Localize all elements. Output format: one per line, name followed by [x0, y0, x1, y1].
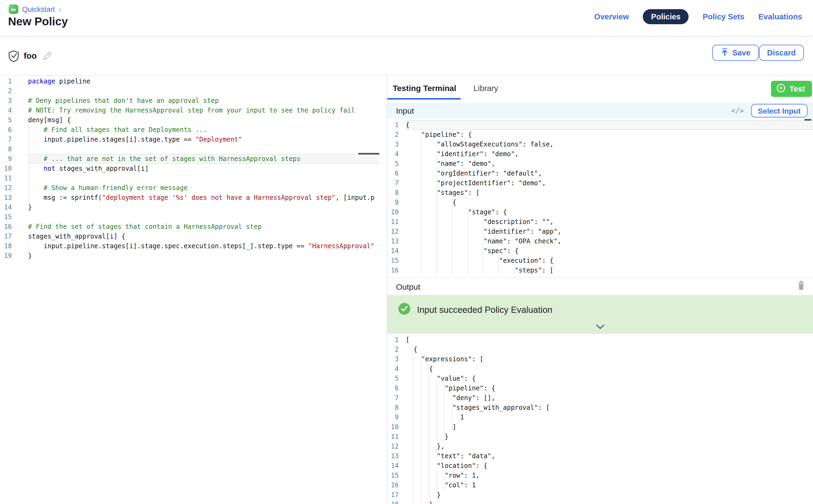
line-number: 15	[387, 471, 399, 480]
code-line: 6 "pipeline": {	[387, 383, 813, 393]
line-number: 5	[0, 115, 12, 125]
code-line: 6 "orgIdentifier": "default",	[387, 169, 813, 178]
code-line: 13 "text": "data",	[387, 451, 813, 461]
save-button[interactable]: Save	[712, 45, 759, 61]
code-line: 16# Find the set of stages that contain …	[0, 222, 387, 232]
line-number: 1	[0, 76, 12, 86]
line-number: 3	[387, 354, 399, 364]
code-line: 19}	[0, 251, 387, 261]
code-line: 1[	[387, 335, 813, 345]
code-line: 14 "spec": {	[387, 246, 813, 256]
code-line: 12 # Show a human-friendly error message	[0, 183, 387, 193]
line-number: 3	[0, 96, 12, 106]
code-line: 10 not stages_with_approval[i]	[0, 164, 387, 173]
code-line: 5 "name": "demo",	[387, 159, 813, 169]
line-number: 4	[0, 106, 12, 115]
line-number: 1	[387, 120, 399, 130]
input-title: Input	[396, 106, 414, 115]
code-line: 4# NOTE: Try removing the HarnessApprova…	[0, 106, 387, 115]
code-line: 9 # ... that are not in the set of stage…	[0, 154, 387, 164]
line-number: 14	[387, 246, 399, 256]
code-line: 8	[0, 144, 387, 154]
policy-editor-page: ∞ Quickstart › New Policy OverviewPolici…	[0, 0, 813, 504]
line-number: 10	[0, 164, 12, 173]
code-line: 18 input.pipeline.stages[i].stage.spec.e…	[0, 241, 387, 251]
line-number: 2	[387, 345, 399, 354]
line-number: 6	[0, 125, 12, 135]
code-line: 14 "location": {	[387, 461, 813, 471]
line-number: 12	[387, 227, 399, 236]
code-line: 16 "col": 1	[387, 480, 813, 490]
line-number: 9	[387, 412, 399, 422]
chevron-right-icon: ›	[59, 5, 61, 13]
line-number: 4	[387, 364, 399, 374]
code-brackets-icon[interactable]: </>	[731, 107, 744, 115]
code-line: 7 input.pipeline.stages[i].stage.type ==…	[0, 135, 387, 144]
line-number: 12	[387, 442, 399, 451]
code-line: 3 "allowStageExecutions": false,	[387, 139, 813, 149]
code-line: 4 "identifier": "demo",	[387, 149, 813, 159]
code-line: 2 "pipeline": {	[387, 130, 813, 139]
line-number: 11	[0, 173, 12, 183]
code-line: 16 "steps": [	[387, 265, 813, 275]
policy-shield-check-icon	[8, 50, 19, 65]
test-label: Test	[790, 85, 805, 93]
select-input-button[interactable]: Select Input	[751, 104, 808, 117]
top-nav: OverviewPoliciesPolicy SetsEvaluations	[594, 9, 802, 24]
test-button[interactable]: Test	[771, 81, 812, 97]
policy-code-editor[interactable]: 1package pipeline23# Deny pipelines that…	[0, 76, 387, 504]
output-title: Output	[396, 282, 420, 291]
save-label: Save	[732, 48, 751, 57]
line-number: 2	[387, 130, 399, 139]
code-line: 9 {	[387, 198, 813, 207]
line-number: 8	[387, 403, 399, 412]
line-number: 14	[0, 202, 12, 212]
code-line: 7 "projectIdentifier": "demo",	[387, 178, 813, 188]
line-number: 18	[387, 500, 399, 504]
code-line: 3 "expressions": [	[387, 354, 813, 364]
code-line: 18 }	[387, 500, 813, 504]
line-number: 1	[387, 335, 399, 345]
code-line: 15	[0, 212, 387, 222]
line-number: 17	[0, 232, 12, 241]
line-number: 12	[0, 183, 12, 193]
code-line: 9 1	[387, 412, 813, 422]
nav-item-evaluations[interactable]: Evaluations	[758, 9, 802, 24]
evaluation-result-banner: Input succeeded Policy Evaluation	[387, 295, 813, 334]
breadcrumb-project-link[interactable]: Quickstart	[22, 5, 55, 13]
code-line: 10 "stage": {	[387, 207, 813, 217]
nav-item-policies[interactable]: Policies	[643, 9, 689, 24]
line-number: 16	[387, 480, 399, 490]
input-json-editor[interactable]: 1{2 "pipeline": {3 "allowStageExecutions…	[387, 118, 813, 277]
discard-label: Discard	[767, 48, 796, 57]
chevron-down-icon[interactable]	[596, 322, 605, 332]
line-number: 11	[387, 432, 399, 442]
edit-pencil-icon[interactable]	[41, 50, 52, 63]
code-line: 1{	[387, 120, 813, 130]
line-number: 8	[0, 144, 12, 154]
line-number: 7	[387, 393, 399, 403]
input-section-header: Input </> Select Input	[387, 103, 813, 118]
check-circle-icon	[398, 303, 411, 317]
line-number: 19	[0, 251, 12, 261]
line-number: 10	[387, 207, 399, 217]
code-line: 4 {	[387, 364, 813, 374]
tab-library[interactable]: Library	[474, 76, 498, 100]
nav-item-overview[interactable]: Overview	[594, 9, 629, 24]
line-number: 8	[387, 188, 399, 198]
code-line: 17 }	[387, 490, 813, 500]
line-number: 5	[387, 159, 399, 169]
code-line: 5 "value": {	[387, 374, 813, 383]
trash-icon[interactable]	[797, 281, 805, 292]
overview-ruler-mark	[804, 119, 811, 121]
code-line: 15 "execution": {	[387, 256, 813, 265]
output-section-header: Output	[387, 277, 813, 295]
nav-item-policy-sets[interactable]: Policy Sets	[703, 9, 744, 24]
code-line: 13 "name": "OPA check",	[387, 236, 813, 246]
page-title: New Policy	[8, 15, 68, 28]
policy-toolbar: foo Save Discard	[0, 37, 813, 76]
code-line: 12 },	[387, 442, 813, 451]
tab-testing-terminal[interactable]: Testing Terminal	[387, 76, 461, 100]
discard-button[interactable]: Discard	[759, 45, 804, 61]
code-line: 11 "description": "",	[387, 217, 813, 227]
